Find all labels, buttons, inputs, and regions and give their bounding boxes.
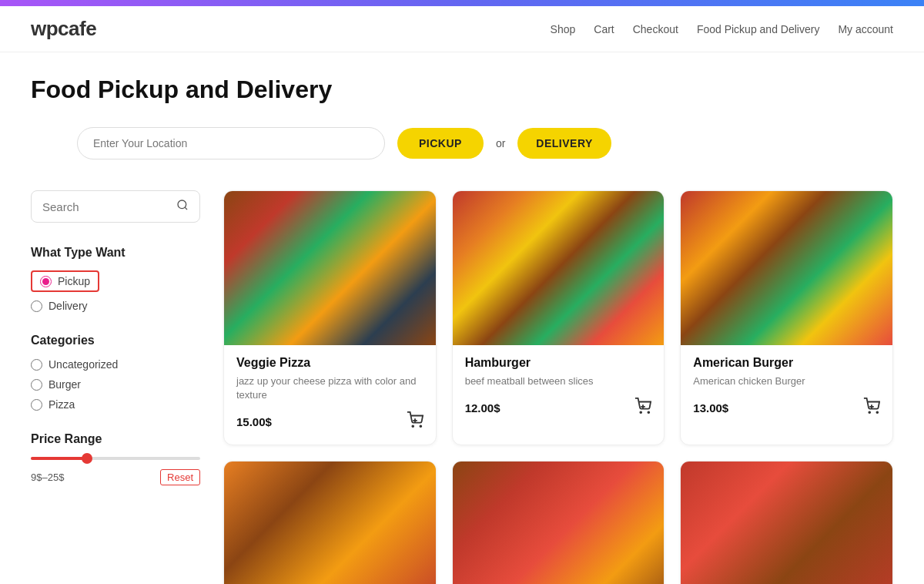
type-section: What Type Want Pickup Delivery [31,246,200,312]
categories-section: Categories Uncategorized Burger Pizza [31,334,200,411]
delivery-radio[interactable] [31,300,42,312]
svg-point-6 [641,412,642,414]
categories-title: Categories [31,334,200,347]
search-input[interactable] [42,200,176,213]
price-range-section: Price Range 9$–25$ Reset [31,432,200,485]
sidebar: What Type Want Pickup Delivery Cate [31,190,200,584]
pickup-radio[interactable] [40,276,52,287]
logo-text: wpcafe [31,17,96,40]
product-image-american [681,191,892,345]
product-card-6 [680,461,893,584]
product-image-4 [224,461,436,584]
svg-point-2 [412,426,413,428]
product-info: Veggie Pizza jazz up your cheese pizza w… [224,345,436,445]
nav-my-account[interactable]: My account [838,23,893,35]
logo[interactable]: wpcafe [31,17,96,41]
product-footer: 15.00$ [236,411,424,432]
price-label-row: 9$–25$ Reset [31,469,200,485]
product-name: Hamburger [465,356,652,370]
product-name: American Burger [693,356,880,370]
pickup-option[interactable]: Pickup [31,270,200,292]
product-image-hamburger [453,191,665,345]
category-label: Burger [49,378,81,391]
product-card-hamburger: Hamburger beef meatball between slices 1… [452,190,665,445]
product-image-veggie [224,191,436,345]
product-image-6 [681,461,892,584]
product-footer: 13.00$ [693,398,880,418]
svg-point-3 [420,426,421,428]
search-icon [176,199,189,214]
pickup-button[interactable]: PICKUP [397,128,484,159]
product-card-veggie-pizza: Veggie Pizza jazz up your cheese pizza w… [223,190,437,445]
product-desc: beef meatball between slices [465,374,652,388]
product-price: 12.00$ [465,401,500,415]
or-text: or [496,137,505,149]
svg-point-11 [876,412,878,414]
min-price: 9$ [31,472,42,483]
pickup-wrapper: Pickup [31,270,99,292]
category-radio-uncategorized[interactable] [31,359,42,371]
price-range-title: Price Range [31,432,200,446]
product-footer: 12.00$ [465,398,652,418]
delivery-label: Delivery [49,300,88,312]
category-pizza[interactable]: Pizza [31,398,200,411]
category-radio-pizza[interactable] [31,399,42,411]
slider-track [31,457,200,460]
delivery-option[interactable]: Delivery [31,300,200,312]
top-bar [0,0,924,6]
price-slider[interactable] [31,457,200,460]
location-input[interactable] [77,127,385,159]
product-card-4 [223,461,437,584]
product-desc: jazz up your cheese pizza with color and… [236,374,424,402]
categories-list: Uncategorized Burger Pizza [31,358,200,411]
delivery-button[interactable]: DELIVERY [517,128,611,159]
products-grid: Veggie Pizza jazz up your cheese pizza w… [223,190,893,584]
category-radio-burger[interactable] [31,379,42,391]
reset-button[interactable]: Reset [160,469,200,485]
main-container: Food Pickup and Delivery PICKUP or DELIV… [0,52,924,584]
product-card-5 [452,461,665,584]
type-radio-group: Pickup Delivery [31,270,200,312]
header: wpcafe Shop Cart Checkout Food Pickup an… [0,6,924,52]
svg-line-1 [185,207,187,210]
search-box [31,190,200,223]
nav-food-pickup[interactable]: Food Pickup and Delivery [697,23,820,35]
category-uncategorized[interactable]: Uncategorized [31,358,200,371]
product-desc: American chicken Burger [693,374,880,388]
product-name: Veggie Pizza [236,356,424,370]
page-title: Food Pickup and Delivery [31,76,893,104]
max-price: 25$ [48,472,65,483]
product-price: 13.00$ [693,401,728,415]
product-card-american-burger: American Burger American chicken Burger … [680,190,893,445]
svg-point-7 [648,412,650,414]
content-area: What Type Want Pickup Delivery Cate [31,190,893,584]
nav-shop[interactable]: Shop [551,23,576,35]
category-burger[interactable]: Burger [31,378,200,391]
pickup-label: Pickup [58,275,90,287]
main-nav: Shop Cart Checkout Food Pickup and Deliv… [551,23,893,35]
type-section-title: What Type Want [31,246,200,260]
category-label: Uncategorized [49,358,118,371]
add-to-cart-button[interactable] [407,411,424,432]
slider-thumb[interactable] [82,453,92,464]
product-price: 15.00$ [236,415,272,428]
svg-point-10 [869,412,870,414]
add-to-cart-button[interactable] [634,398,651,418]
svg-point-0 [178,200,186,209]
nav-cart[interactable]: Cart [594,23,614,35]
category-label: Pizza [49,398,75,411]
product-info: Hamburger beef meatball between slices 1… [453,345,665,431]
location-bar: PICKUP or DELIVERY [31,127,893,159]
product-image-5 [453,461,665,584]
nav-checkout[interactable]: Checkout [633,23,678,35]
price-range-label: 9$–25$ [31,472,64,483]
product-info: American Burger American chicken Burger … [681,345,892,431]
add-to-cart-button[interactable] [863,398,880,418]
